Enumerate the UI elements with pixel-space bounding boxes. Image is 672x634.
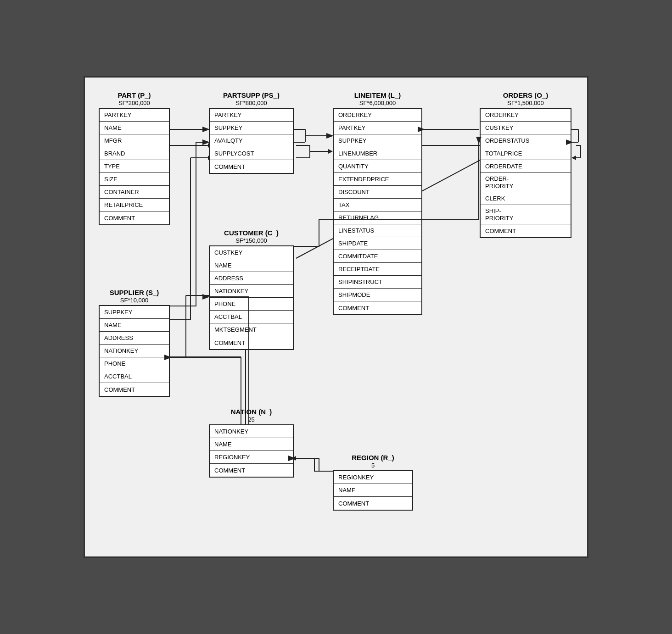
field-row: ORDERKEY	[334, 109, 421, 122]
field-row: SUPPLYCOST	[210, 147, 293, 160]
field-row: COMMENT	[334, 497, 412, 510]
field-row: SIZE	[100, 173, 169, 186]
table-lineitem: LINEITEM (L_) SF*6,000,000 ORDERKEY PART…	[333, 91, 422, 315]
table-partsupp-fields: PARTKEY SUPPKEY AVAILQTY SUPPLYCOST COMM…	[209, 108, 294, 174]
table-supplier-scale: SF*10,000	[99, 297, 170, 304]
table-part: PART (P_) SF*200,000 PARTKEY NAME MFGR B…	[99, 91, 170, 225]
field-row: RECEIPTDATE	[334, 263, 421, 276]
field-row: SHIPDATE	[334, 237, 421, 250]
field-row: TAX	[334, 199, 421, 211]
table-customer-scale: SF*150,000	[209, 237, 294, 244]
table-lineitem-scale: SF*6,000,000	[333, 100, 422, 106]
table-orders-scale: SF*1,500,000	[480, 100, 571, 106]
field-row: NAME	[334, 484, 412, 497]
field-row: MFGR	[100, 134, 169, 147]
field-row: COMMENT	[100, 383, 169, 396]
field-row: CUSTKEY	[481, 122, 571, 134]
field-row: RETAILPRICE	[100, 199, 169, 211]
field-row: SUPPKEY	[334, 134, 421, 147]
field-row: SHIPINSTRUCT	[334, 276, 421, 289]
field-row: MKTSEGMENT	[210, 323, 293, 336]
table-supplier: SUPPLIER (S_) SF*10,000 SUPPKEY NAME ADD…	[99, 289, 170, 397]
field-row: NAME	[210, 438, 293, 451]
field-row: COMMENT	[210, 464, 293, 477]
field-row: AVAILQTY	[210, 134, 293, 147]
field-row: SUPPKEY	[210, 122, 293, 134]
field-row: PHONE	[100, 357, 169, 370]
field-row: PARTKEY	[100, 109, 169, 122]
field-row: COMMITDATE	[334, 250, 421, 263]
field-row: ORDERDATE	[481, 160, 571, 173]
table-lineitem-fields: ORDERKEY PARTKEY SUPPKEY LINENUMBER QUAN…	[333, 108, 422, 315]
field-row: ADDRESS	[100, 332, 169, 345]
field-row: ACCTBAL	[100, 370, 169, 383]
field-row: COMMENT	[100, 211, 169, 224]
field-row: PARTKEY	[334, 122, 421, 134]
table-orders: ORDERS (O_) SF*1,500,000 ORDERKEY CUSTKE…	[480, 91, 571, 238]
field-row: LINESTATUS	[334, 224, 421, 237]
field-row: PHONE	[210, 298, 293, 311]
field-row: SHIPMODE	[334, 289, 421, 301]
table-region-title: REGION (R_)	[333, 454, 413, 462]
table-partsupp: PARTSUPP (PS_) SF*800,000 PARTKEY SUPPKE…	[209, 91, 294, 174]
table-supplier-fields: SUPPKEY NAME ADDRESS NATIONKEY PHONE ACC…	[99, 305, 170, 397]
field-row: EXTENDEDPRICE	[334, 173, 421, 186]
field-row: QUANTITY	[334, 160, 421, 173]
field-row: PARTKEY	[210, 109, 293, 122]
field-row: ADDRESS	[210, 272, 293, 285]
field-row: CLERK	[481, 192, 571, 205]
table-part-fields: PARTKEY NAME MFGR BRAND TYPE SIZE CONTAI…	[99, 108, 170, 225]
table-supplier-title: SUPPLIER (S_)	[99, 289, 170, 296]
field-row: ORDER-PRIORITY	[481, 173, 571, 192]
field-row: SHIP-PRIORITY	[481, 205, 571, 224]
table-nation-scale: 25	[209, 416, 294, 423]
table-nation-title: NATION (N_)	[209, 408, 294, 416]
field-row: COMMENT	[210, 160, 293, 173]
table-region-scale: 5	[333, 462, 413, 469]
field-row: NATIONKEY	[210, 425, 293, 438]
table-partsupp-title: PARTSUPP (PS_)	[209, 91, 294, 99]
table-customer: CUSTOMER (C_) SF*150,000 CUSTKEY NAME AD…	[209, 229, 294, 350]
table-part-title: PART (P_)	[99, 91, 170, 99]
field-row: COMMENT	[481, 224, 571, 237]
schema-diagram: PART (P_) SF*200,000 PARTKEY NAME MFGR B…	[84, 76, 588, 558]
table-region-fields: REGIONKEY NAME COMMENT	[333, 470, 413, 511]
field-row: COMMENT	[210, 336, 293, 349]
field-row: DISCOUNT	[334, 186, 421, 199]
table-orders-title: ORDERS (O_)	[480, 91, 571, 99]
field-row: SUPPKEY	[100, 306, 169, 319]
field-row: TYPE	[100, 160, 169, 173]
table-orders-fields: ORDERKEY CUSTKEY ORDERSTATUS TOTALPRICE …	[480, 108, 571, 238]
table-region: REGION (R_) 5 REGIONKEY NAME COMMENT	[333, 454, 413, 511]
svg-marker-28	[571, 156, 576, 160]
field-row: BRAND	[100, 147, 169, 160]
field-row: COMMENT	[334, 301, 421, 314]
field-row: NAME	[100, 319, 169, 332]
field-row: ORDERSTATUS	[481, 134, 571, 147]
table-lineitem-title: LINEITEM (L_)	[333, 91, 422, 99]
table-customer-fields: CUSTKEY NAME ADDRESS NATIONKEY PHONE ACC…	[209, 245, 294, 350]
field-row: LINENUMBER	[334, 147, 421, 160]
table-nation-fields: NATIONKEY NAME REGIONKEY COMMENT	[209, 424, 294, 478]
table-customer-title: CUSTOMER (C_)	[209, 229, 294, 237]
table-partsupp-scale: SF*800,000	[209, 100, 294, 106]
field-row: ORDERKEY	[481, 109, 571, 122]
field-row: ACCTBAL	[210, 311, 293, 323]
field-row: RETURNFLAG	[334, 211, 421, 224]
field-row: NAME	[100, 122, 169, 134]
field-row: CUSTKEY	[210, 246, 293, 259]
field-row: TOTALPRICE	[481, 147, 571, 160]
svg-marker-10	[328, 149, 333, 154]
table-part-scale: SF*200,000	[99, 100, 170, 106]
field-row: CONTAINER	[100, 186, 169, 199]
field-row: NATIONKEY	[100, 345, 169, 357]
field-row: NAME	[210, 259, 293, 272]
field-row: NATIONKEY	[210, 285, 293, 298]
field-row: REGIONKEY	[334, 471, 412, 484]
field-row: REGIONKEY	[210, 451, 293, 464]
table-nation: NATION (N_) 25 NATIONKEY NAME REGIONKEY …	[209, 408, 294, 478]
